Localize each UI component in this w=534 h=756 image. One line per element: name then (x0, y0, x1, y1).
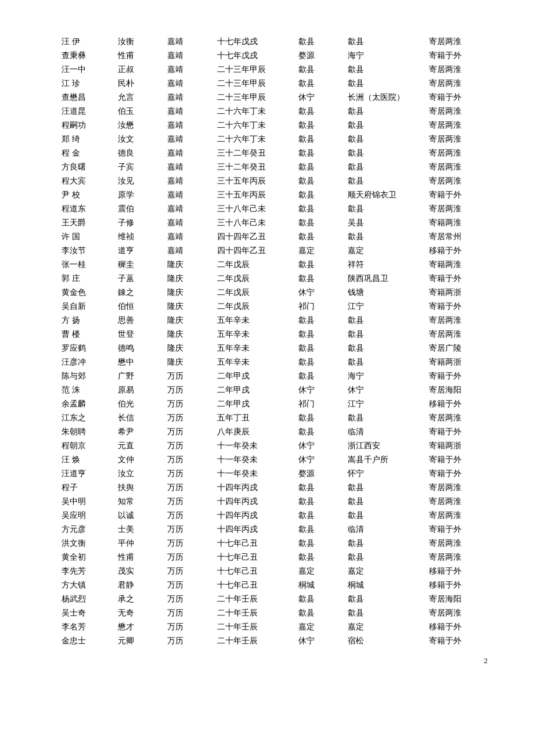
table-row: 张一桂穉圭隆庆二年戊辰歙县祥符寄籍两淮 (58, 258, 488, 272)
cell-3-2: 嘉靖 (164, 77, 214, 91)
cell-28-6: 寄籍于外 (425, 425, 488, 439)
cell-16-3: 二年戊辰 (214, 258, 294, 272)
page-number: 2 (484, 656, 488, 665)
cell-6-4: 歙县 (295, 118, 345, 132)
cell-39-2: 万历 (164, 578, 214, 592)
cell-10-3: 三十五年丙辰 (214, 174, 294, 188)
cell-0-5: 歙县 (344, 35, 425, 49)
cell-33-5: 歙县 (344, 495, 425, 509)
cell-18-1: 錬之 (114, 286, 164, 300)
cell-29-5: 浙江西安 (344, 439, 425, 453)
cell-25-5: 休宁 (344, 383, 425, 397)
table-row: 郭 庄子蒕隆庆二年戊辰歙县陕西巩昌卫寄籍于外 (58, 272, 488, 286)
cell-16-1: 穉圭 (114, 258, 164, 272)
table-row: 江东之长信万历五年丁丑歙县歙县寄居两淮 (58, 411, 488, 425)
cell-11-0: 尹 校 (58, 188, 114, 202)
cell-36-2: 万历 (164, 537, 214, 550)
cell-24-0: 陈与郊 (58, 369, 114, 383)
cell-2-4: 歙县 (295, 63, 345, 77)
cell-6-1: 汝懋 (114, 118, 164, 132)
table-row: 江 珍民朴嘉靖二十三年甲辰歙县歙县寄居两淮 (58, 77, 488, 91)
cell-1-2: 嘉靖 (164, 49, 214, 63)
cell-42-2: 万历 (164, 620, 214, 634)
cell-3-5: 歙县 (344, 77, 425, 91)
cell-32-0: 程子 (58, 481, 114, 495)
table-row: 黄金色錬之隆庆二年戊辰休宁钱塘寄籍两浙 (58, 286, 488, 300)
cell-37-0: 黄全初 (58, 550, 114, 564)
cell-28-5: 临清 (344, 425, 425, 439)
cell-13-5: 吴县 (344, 216, 425, 230)
cell-43-5: 宿松 (344, 634, 425, 648)
table-row: 程朝京元直万历十一年癸未休宁浙江西安寄籍两浙 (58, 439, 488, 453)
cell-25-6: 寄居海阳 (425, 383, 488, 397)
cell-26-1: 伯光 (114, 397, 164, 411)
cell-40-6: 寄居海阳 (425, 592, 488, 606)
cell-31-0: 汪道亨 (58, 467, 114, 481)
cell-30-0: 汪 焕 (58, 453, 114, 467)
cell-19-6: 寄籍于外 (425, 300, 488, 314)
cell-22-2: 隆庆 (164, 341, 214, 355)
table-row: 余孟麟伯光万历二年甲戌祁门江宁移籍于外 (58, 397, 488, 411)
cell-40-1: 承之 (114, 592, 164, 606)
cell-11-1: 原学 (114, 188, 164, 202)
cell-9-5: 歙县 (344, 160, 425, 174)
cell-28-3: 八年庚辰 (214, 425, 294, 439)
cell-8-0: 程 金 (58, 146, 114, 160)
table-row: 程子扶舆万历十四年丙戌歙县歙县寄居两淮 (58, 481, 488, 495)
cell-34-1: 以诚 (114, 509, 164, 523)
cell-17-3: 二年戊辰 (214, 272, 294, 286)
cell-11-3: 三十五年丙辰 (214, 188, 294, 202)
cell-12-1: 震伯 (114, 202, 164, 216)
cell-23-6: 寄籍两浙 (425, 355, 488, 369)
cell-4-5: 长洲（太医院） (344, 91, 425, 105)
table-row: 程 金德良嘉靖三十二年癸丑歙县歙县寄居两淮 (58, 146, 488, 160)
cell-3-1: 民朴 (114, 77, 164, 91)
cell-7-3: 二十六年丁未 (214, 132, 294, 146)
cell-16-4: 歙县 (295, 258, 345, 272)
cell-27-2: 万历 (164, 411, 214, 425)
cell-20-2: 隆庆 (164, 314, 214, 327)
table-row: 汪一中正叔嘉靖二十三年甲辰歙县歙县寄居两淮 (58, 63, 488, 77)
cell-41-3: 二十年壬辰 (214, 606, 294, 620)
table-row: 范 洙原易万历二年甲戌休宁休宁寄居海阳 (58, 383, 488, 397)
table-row: 吴中明知常万历十四年丙戌歙县歙县寄居两淮 (58, 495, 488, 509)
cell-19-0: 吴自新 (58, 300, 114, 314)
cell-25-3: 二年甲戌 (214, 383, 294, 397)
table-row: 许 国维祯嘉靖四十四年乙丑歙县歙县寄居常州 (58, 230, 488, 244)
cell-30-1: 文仲 (114, 453, 164, 467)
cell-7-2: 嘉靖 (164, 132, 214, 146)
cell-23-1: 懋中 (114, 355, 164, 369)
cell-41-6: 寄居两淮 (425, 606, 488, 620)
cell-29-6: 寄籍两浙 (425, 439, 488, 453)
table-row: 方大镇君静万历十七年己丑桐城桐城移籍于外 (58, 578, 488, 592)
cell-26-3: 二年甲戌 (214, 397, 294, 411)
cell-8-6: 寄居两淮 (425, 146, 488, 160)
cell-27-1: 长信 (114, 411, 164, 425)
cell-43-6: 寄籍于外 (425, 634, 488, 648)
cell-9-0: 方良曙 (58, 160, 114, 174)
cell-22-5: 歙县 (344, 341, 425, 355)
cell-37-2: 万历 (164, 550, 214, 564)
cell-4-4: 休宁 (295, 91, 345, 105)
cell-5-0: 汪道昆 (58, 105, 114, 118)
table-row: 李汝节道亨嘉靖四十四年乙丑嘉定嘉定移籍于外 (58, 244, 488, 258)
cell-33-6: 寄居两淮 (425, 495, 488, 509)
cell-9-4: 歙县 (295, 160, 345, 174)
cell-16-5: 祥符 (344, 258, 425, 272)
table-row: 汪彦冲懋中隆庆五年辛未歙县歙县寄籍两浙 (58, 355, 488, 369)
table-row: 李名芳懋才万历二十年壬辰嘉定嘉定移籍于外 (58, 620, 488, 634)
cell-22-6: 寄居广陵 (425, 341, 488, 355)
cell-5-3: 二十六年丁未 (214, 105, 294, 118)
cell-9-2: 嘉靖 (164, 160, 214, 174)
cell-10-5: 歙县 (344, 174, 425, 188)
cell-32-4: 歙县 (295, 481, 345, 495)
cell-41-0: 吴士奇 (58, 606, 114, 620)
cell-16-0: 张一桂 (58, 258, 114, 272)
cell-23-2: 隆庆 (164, 355, 214, 369)
cell-33-0: 吴中明 (58, 495, 114, 509)
cell-24-4: 歙县 (295, 369, 345, 383)
cell-30-4: 休宁 (295, 453, 345, 467)
cell-15-3: 四十四年乙丑 (214, 244, 294, 258)
cell-40-2: 万历 (164, 592, 214, 606)
cell-31-4: 婺源 (295, 467, 345, 481)
